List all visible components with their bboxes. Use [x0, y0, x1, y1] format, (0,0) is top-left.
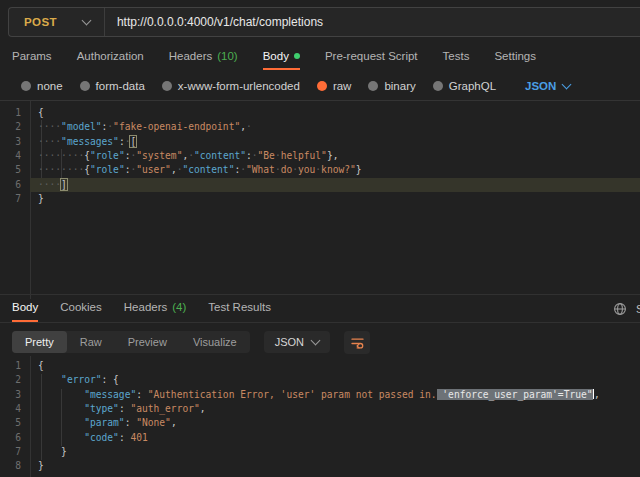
tab-label: Pre-request Script	[325, 50, 418, 62]
line-number: 4	[0, 149, 30, 163]
radio-label: none	[37, 80, 63, 92]
chevron-down-icon	[311, 336, 321, 346]
radio-label: binary	[384, 80, 415, 92]
code-line-1[interactable]: 1{	[0, 359, 640, 373]
code-line-3[interactable]: 3 "message": "Authentication Error, 'use…	[0, 388, 640, 402]
line-number: 5	[0, 163, 30, 177]
body-type-bar: noneform-datax-www-form-urlencodedrawbin…	[0, 74, 640, 98]
tab-label: Authorization	[77, 50, 144, 62]
request-body-editor[interactable]: 1{2····"model":·"fake-openai-endpoint",·…	[0, 101, 640, 299]
whitespace-dots: ·	[246, 121, 252, 132]
view-button-visualize[interactable]: Visualize	[180, 331, 250, 353]
tab-label: Body	[263, 50, 289, 62]
code-line-7[interactable]: 7}	[0, 192, 640, 206]
tab-label: Params	[12, 50, 52, 62]
tab-settings[interactable]: Settings	[494, 45, 536, 70]
line-number: 7	[0, 445, 30, 459]
tab-body[interactable]: Body	[263, 45, 300, 70]
body-type-radio-raw[interactable]: raw	[317, 80, 352, 92]
tab-label: Headers	[124, 301, 167, 313]
code-line-2[interactable]: 2 "error": {	[0, 373, 640, 387]
code-line-8[interactable]: 8}	[0, 459, 640, 473]
line-number: 1	[0, 359, 30, 373]
radio-dot-icon	[317, 81, 327, 91]
line-number: 6	[0, 178, 30, 192]
wrap-text-button[interactable]	[344, 331, 370, 354]
chevron-down-icon[interactable]	[81, 16, 91, 26]
tab-tests[interactable]: Tests	[443, 45, 470, 70]
response-body-editor[interactable]: 1{2 "error": {3 "message": "Authenticati…	[0, 356, 640, 477]
url-input[interactable]: http://0.0.0.0:4000/v1/chat/completions	[105, 15, 323, 29]
tab-label: Headers	[169, 50, 212, 62]
whitespace-dots: ········	[38, 150, 84, 161]
line-number: 3	[0, 388, 30, 402]
tab-authorization[interactable]: Authorization	[77, 45, 144, 70]
tab-label: Cookies	[60, 301, 102, 313]
whitespace-dots: ····	[38, 136, 61, 147]
view-button-preview[interactable]: Preview	[115, 331, 180, 353]
response-meta: S	[613, 294, 640, 323]
body-type-radio-x-www-form-urlencoded[interactable]: x-www-form-urlencoded	[162, 80, 300, 92]
tab-label: Body	[12, 301, 38, 313]
code-line-3[interactable]: 3····"messages":·[	[0, 135, 640, 149]
line-number: 3	[0, 135, 30, 149]
code-line-2[interactable]: 2····"model":·"fake-openai-endpoint",·	[0, 120, 640, 134]
chevron-down-icon	[562, 80, 572, 90]
line-number: 2	[0, 120, 30, 134]
code-line-5[interactable]: 5········{"role":·"user",·"content":·"Wh…	[0, 163, 640, 177]
radio-label: raw	[333, 80, 352, 92]
body-type-radio-none[interactable]: none	[21, 80, 63, 92]
whitespace-dots: ····	[38, 121, 61, 132]
method-selector[interactable]: POST	[9, 16, 57, 28]
code-line-7[interactable]: 7 }	[0, 445, 640, 459]
tab-body[interactable]: Body	[12, 295, 38, 322]
response-language-label: JSON	[275, 336, 304, 348]
radio-label: GraphQL	[449, 80, 496, 92]
view-button-pretty[interactable]: Pretty	[12, 331, 67, 353]
code-line-4[interactable]: 4········{"role":·"system",·"content":·"…	[0, 149, 640, 163]
code-line-4[interactable]: 4 "type": "auth_error",	[0, 402, 640, 416]
matched-bracket: [	[130, 136, 136, 147]
tab-label: Settings	[494, 50, 536, 62]
tab-pre-request-script[interactable]: Pre-request Script	[325, 45, 418, 70]
tab-cookies[interactable]: Cookies	[60, 295, 102, 322]
request-language-label: JSON	[525, 80, 556, 92]
status-text-clipped: S	[636, 303, 640, 315]
request-url-bar: POST http://0.0.0.0:4000/v1/chat/complet…	[8, 7, 640, 37]
line-number: 8	[0, 459, 30, 473]
tab-label: Tests	[443, 50, 470, 62]
whitespace-dots: ····	[38, 179, 61, 190]
body-type-radio-graphql[interactable]: GraphQL	[433, 80, 496, 92]
line-number: 4	[0, 402, 30, 416]
request-tabs: ParamsAuthorizationHeaders(10)BodyPre-re…	[0, 45, 640, 70]
line-number: 2	[0, 373, 30, 387]
globe-icon[interactable]	[613, 302, 627, 316]
matched-bracket: ]	[61, 179, 67, 190]
radio-dot-icon	[433, 81, 443, 91]
view-switcher: PrettyRawPreviewVisualize	[12, 331, 250, 353]
tab-test-results[interactable]: Test Results	[208, 295, 271, 322]
request-language-dropdown[interactable]: JSON	[525, 80, 570, 92]
tab-headers[interactable]: Headers(4)	[124, 295, 187, 322]
selected-text: 'enforce_user_param'=True"	[437, 389, 593, 400]
radio-label: form-data	[96, 80, 145, 92]
body-type-radio-binary[interactable]: binary	[368, 80, 415, 92]
radio-dot-icon	[162, 81, 172, 91]
line-number: 5	[0, 416, 30, 430]
code-line-1[interactable]: 1{	[0, 106, 640, 120]
code-line-6[interactable]: 6 "code": 401	[0, 431, 640, 445]
view-button-raw[interactable]: Raw	[67, 331, 115, 353]
tab-headers[interactable]: Headers(10)	[169, 45, 238, 70]
tab-params[interactable]: Params	[12, 45, 52, 70]
response-language-dropdown[interactable]: JSON	[264, 331, 330, 353]
code-line-5[interactable]: 5 "param": "None",	[0, 416, 640, 430]
body-type-radio-form-data[interactable]: form-data	[80, 80, 145, 92]
tab-count-badge: (4)	[172, 301, 186, 313]
radio-label: x-www-form-urlencoded	[178, 80, 300, 92]
tab-count-badge: (10)	[217, 50, 237, 62]
response-tabs: BodyCookiesHeaders(4)Test Results	[0, 294, 640, 323]
wrap-text-icon	[350, 336, 365, 349]
code-line-6[interactable]: 6····]	[0, 178, 640, 192]
whitespace-dots: ········	[38, 164, 84, 175]
radio-dot-icon	[80, 81, 90, 91]
